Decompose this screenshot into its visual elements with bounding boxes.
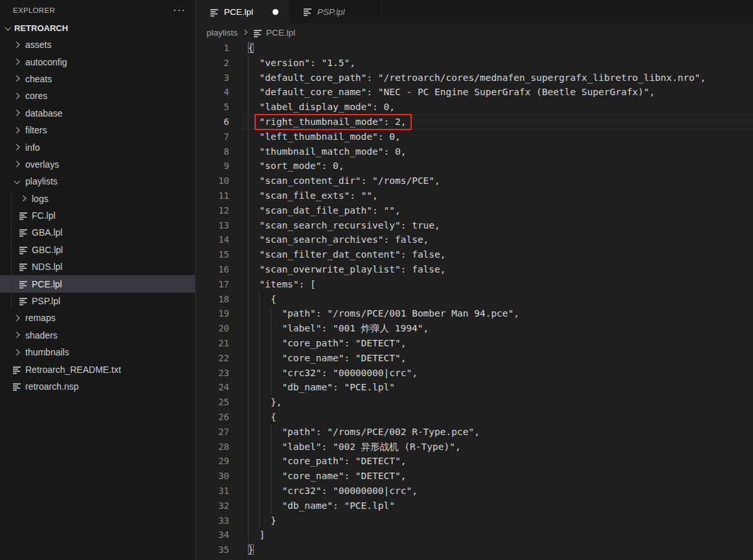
- indent-guide: [248, 277, 249, 292]
- code-line[interactable]: 22 "core_name": "DETECT",: [196, 351, 753, 366]
- code-line[interactable]: 3 "default_core_path": "/retroarch/cores…: [196, 71, 753, 85]
- sidebar-item-nds-lpl[interactable]: NDS.lpl: [0, 258, 195, 275]
- code-line[interactable]: 26 {: [196, 410, 753, 425]
- code-line[interactable]: 13 "scan_search_recursively": true,: [196, 218, 753, 233]
- indent-guide: [271, 440, 271, 454]
- modified-dot-icon[interactable]: [273, 9, 278, 15]
- indent-guide: [259, 484, 260, 498]
- code-line[interactable]: 16 "scan_overwrite_playlist": false,: [196, 262, 753, 277]
- tab-psp-lpl[interactable]: PSP.lpl: [289, 0, 382, 23]
- code-line[interactable]: 34 ]: [196, 528, 753, 543]
- code-line[interactable]: 21 "core_path": "DETECT",: [196, 336, 753, 351]
- sidebar-item-fc-lpl[interactable]: FC.lpl: [0, 207, 195, 224]
- code-line[interactable]: 11 "scan_file_exts": "",: [196, 188, 753, 203]
- line-content: },: [248, 395, 282, 410]
- more-actions-icon[interactable]: ···: [173, 5, 186, 16]
- indent-guide: [248, 247, 249, 262]
- breadcrumb-segment-playlists[interactable]: playlists: [207, 28, 238, 38]
- code-line[interactable]: 2 "version": "1.5",: [196, 56, 753, 71]
- code-line[interactable]: 4 "default_core_name": "NEC - PC Engine …: [196, 85, 753, 100]
- sidebar-item-logs[interactable]: logs: [0, 190, 195, 207]
- code-line[interactable]: 24 "db_name": "PCE.lpl": [196, 380, 753, 395]
- code-line[interactable]: 5 "label_display_mode": 0,: [196, 100, 753, 115]
- sidebar-item-label: info: [25, 142, 40, 153]
- chevron-right-icon: [12, 57, 22, 67]
- line-content: }: [248, 513, 276, 528]
- breadcrumb-segment-pce-lpl[interactable]: PCE.lpl: [266, 28, 295, 38]
- file-list-icon: [253, 28, 262, 38]
- code-line[interactable]: 10 "scan_content_dir": "/roms/PCE",: [196, 174, 753, 188]
- sidebar-item-playlists[interactable]: playlists: [0, 173, 195, 190]
- code-line[interactable]: 30 "core_name": "DETECT",: [196, 469, 753, 484]
- indent-guide: [271, 469, 271, 484]
- code-line[interactable]: 27 "path": "/roms/PCE/002 R-Type.pce",: [196, 425, 753, 440]
- code-line[interactable]: 1{: [196, 41, 753, 56]
- line-number: 12: [196, 203, 229, 218]
- code-line[interactable]: 32 "db_name": "PCE.lpl": [196, 498, 753, 513]
- sidebar-item-filters[interactable]: filters: [0, 122, 195, 139]
- code-line[interactable]: 23 "crc32": "00000000|crc",: [196, 366, 753, 381]
- chevron-right-icon: [12, 91, 22, 101]
- code-line[interactable]: 12 "scan_dat_file_path": "",: [196, 203, 753, 218]
- indent-guide: [271, 498, 271, 513]
- sidebar-item-shaders[interactable]: shaders: [0, 327, 195, 344]
- sidebar-item-database[interactable]: database: [0, 105, 195, 122]
- sidebar-item-pce-lpl[interactable]: PCE.lpl: [0, 275, 195, 292]
- line-content: "version": "1.5",: [248, 56, 355, 71]
- code-line[interactable]: 19 "path": "/roms/PCE/001 Bomber Man 94.…: [196, 306, 753, 321]
- sidebar-item-label: autoconfig: [25, 57, 67, 67]
- line-content: "scan_content_dir": "/roms/PCE",: [248, 174, 440, 188]
- sidebar-item-label: retroarch.nsp: [25, 381, 78, 392]
- code-line[interactable]: 20 "label": "001 炸弹人 1994",: [196, 321, 753, 336]
- sidebar-item-autoconfig[interactable]: autoconfig: [0, 53, 195, 70]
- line-content: "path": "/roms/PCE/001 Bomber Man 94.pce…: [248, 306, 519, 321]
- code-line[interactable]: 28 "label": "002 异形战机 (R-Type)",: [196, 440, 753, 454]
- sidebar-item-assets[interactable]: assets: [0, 36, 195, 53]
- sidebar-item-thumbnails[interactable]: thumbnails: [0, 344, 195, 361]
- sidebar-item-label: cheats: [25, 74, 52, 84]
- line-content: "label_display_mode": 0,: [248, 100, 395, 115]
- line-number: 17: [196, 277, 229, 292]
- code-line[interactable]: 29 "core_path": "DETECT",: [196, 454, 753, 469]
- indent-guide: [248, 366, 249, 381]
- sidebar-item-label: logs: [32, 194, 49, 204]
- chevron-right-icon: [12, 39, 22, 50]
- code-line[interactable]: 25 },: [196, 395, 753, 410]
- sidebar-item-label: overlays: [25, 159, 59, 170]
- code-line[interactable]: 9 "sort_mode": 0,: [196, 159, 753, 174]
- explorer-sidebar: EXPLORER ··· RETROARCH assetsautoconfigc…: [0, 0, 196, 560]
- code-editor[interactable]: 1{2 "version": "1.5",3 "default_core_pat…: [196, 41, 753, 560]
- indent-guide: [271, 454, 271, 469]
- code-line[interactable]: 7 "left_thumbnail_mode": 0,: [196, 129, 753, 144]
- sidebar-item-cores[interactable]: cores: [0, 87, 195, 104]
- sidebar-item-cheats[interactable]: cheats: [0, 71, 195, 87]
- tab-label: PCE.lpl: [224, 7, 253, 17]
- indent-guide: [248, 292, 249, 307]
- code-line[interactable]: 33 }: [196, 513, 753, 528]
- tab-pce-lpl[interactable]: PCE.lpl: [196, 0, 289, 24]
- code-line[interactable]: 31 "crc32": "00000000|crc",: [196, 484, 753, 498]
- line-content: "core_path": "DETECT",: [248, 454, 406, 469]
- code-line[interactable]: 14 "scan_search_archives": false,: [196, 232, 753, 247]
- sidebar-item-gba-lpl[interactable]: GBA.lpl: [0, 224, 195, 241]
- sidebar-item-retroarch-nsp[interactable]: retroarch.nsp: [0, 378, 195, 395]
- code-line[interactable]: 17 "items": [: [196, 277, 753, 292]
- line-content: "items": [: [248, 277, 316, 292]
- workspace-root-row[interactable]: RETROARCH: [0, 20, 195, 36]
- code-line[interactable]: 8 "thumbnail_match_mode": 0,: [196, 144, 753, 159]
- sidebar-item-retroarch-readme-txt[interactable]: Retroarch_README.txt: [0, 361, 195, 377]
- sidebar-item-psp-lpl[interactable]: PSP.lpl: [0, 293, 195, 309]
- code-line[interactable]: 6 "right_thumbnail_mode": 2,: [196, 115, 753, 129]
- line-number: 11: [196, 188, 229, 203]
- code-line[interactable]: 15 "scan_filter_dat_content": false,: [196, 247, 753, 262]
- indent-guide: [248, 159, 249, 174]
- line-content: "path": "/roms/PCE/002 R-Type.pce",: [248, 425, 480, 440]
- line-content: "crc32": "00000000|crc",: [248, 366, 418, 381]
- code-line[interactable]: 18 {: [196, 292, 753, 307]
- sidebar-item-gbc-lpl[interactable]: GBC.lpl: [0, 241, 195, 258]
- sidebar-item-label: Retroarch_README.txt: [25, 364, 121, 375]
- code-line[interactable]: 35}: [196, 543, 753, 557]
- sidebar-item-info[interactable]: info: [0, 139, 195, 155]
- sidebar-item-overlays[interactable]: overlays: [0, 156, 195, 173]
- sidebar-item-remaps[interactable]: remaps: [0, 309, 195, 326]
